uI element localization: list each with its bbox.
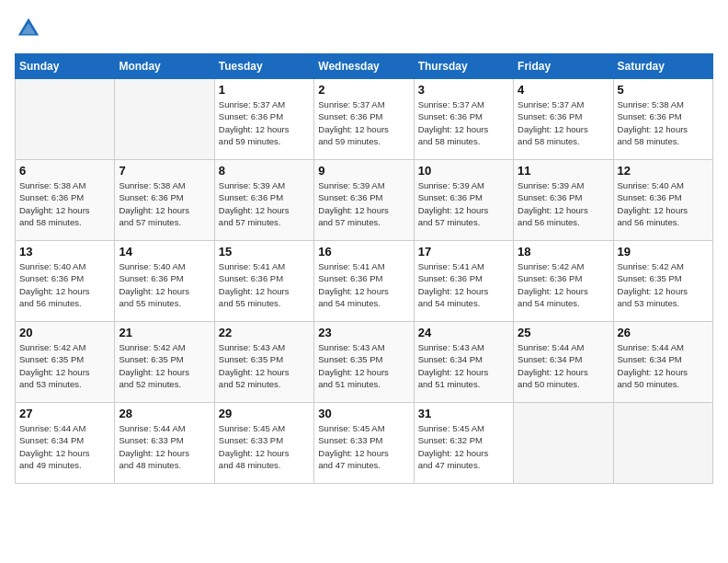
day-cell: 28Sunrise: 5:44 AM Sunset: 6:33 PM Dayli… — [115, 403, 214, 484]
day-cell: 3Sunrise: 5:37 AM Sunset: 6:36 PM Daylig… — [414, 79, 513, 160]
day-info: Sunrise: 5:40 AM Sunset: 6:36 PM Dayligh… — [618, 179, 709, 228]
day-number: 11 — [518, 164, 609, 178]
week-row-4: 27Sunrise: 5:44 AM Sunset: 6:34 PM Dayli… — [16, 403, 713, 484]
day-cell: 6Sunrise: 5:38 AM Sunset: 6:36 PM Daylig… — [16, 160, 115, 241]
day-info: Sunrise: 5:37 AM Sunset: 6:36 PM Dayligh… — [318, 98, 409, 147]
day-number: 21 — [119, 326, 210, 339]
day-info: Sunrise: 5:44 AM Sunset: 6:34 PM Dayligh… — [618, 341, 709, 390]
day-number: 20 — [19, 326, 110, 339]
day-info: Sunrise: 5:37 AM Sunset: 6:36 PM Dayligh… — [418, 98, 509, 147]
day-cell: 23Sunrise: 5:43 AM Sunset: 6:35 PM Dayli… — [314, 322, 414, 403]
day-info: Sunrise: 5:41 AM Sunset: 6:36 PM Dayligh… — [418, 260, 509, 309]
day-cell: 9Sunrise: 5:39 AM Sunset: 6:36 PM Daylig… — [314, 160, 414, 241]
day-number: 2 — [318, 83, 409, 97]
week-row-0: 1Sunrise: 5:37 AM Sunset: 6:36 PM Daylig… — [16, 79, 713, 160]
day-cell — [16, 79, 115, 160]
day-cell: 27Sunrise: 5:44 AM Sunset: 6:34 PM Dayli… — [16, 403, 115, 484]
calendar-header: SundayMondayTuesdayWednesdayThursdayFrid… — [16, 54, 713, 79]
day-number: 3 — [418, 83, 509, 97]
day-number: 7 — [119, 164, 210, 178]
day-number: 4 — [518, 83, 609, 97]
day-cell: 12Sunrise: 5:40 AM Sunset: 6:36 PM Dayli… — [613, 160, 712, 241]
day-number: 29 — [219, 407, 310, 420]
day-number: 24 — [418, 326, 509, 339]
header-cell-tuesday: Tuesday — [214, 54, 313, 79]
day-info: Sunrise: 5:37 AM Sunset: 6:36 PM Dayligh… — [518, 98, 609, 147]
day-cell: 18Sunrise: 5:42 AM Sunset: 6:36 PM Dayli… — [514, 241, 613, 322]
header-cell-friday: Friday — [514, 54, 613, 79]
page-header — [15, 15, 713, 42]
day-number: 12 — [618, 164, 709, 178]
day-number: 27 — [19, 407, 110, 420]
day-cell: 24Sunrise: 5:43 AM Sunset: 6:34 PM Dayli… — [414, 322, 513, 403]
day-number: 28 — [119, 407, 210, 420]
day-cell: 22Sunrise: 5:43 AM Sunset: 6:35 PM Dayli… — [214, 322, 313, 403]
calendar-body: 1Sunrise: 5:37 AM Sunset: 6:36 PM Daylig… — [16, 79, 713, 484]
day-info: Sunrise: 5:42 AM Sunset: 6:35 PM Dayligh… — [618, 260, 709, 309]
logo-icon — [15, 15, 42, 42]
header-cell-thursday: Thursday — [414, 54, 513, 79]
calendar-table: SundayMondayTuesdayWednesdayThursdayFrid… — [15, 53, 713, 484]
day-info: Sunrise: 5:42 AM Sunset: 6:35 PM Dayligh… — [19, 341, 110, 390]
day-number: 15 — [219, 245, 310, 259]
day-number: 19 — [618, 245, 709, 259]
day-number: 6 — [19, 164, 110, 178]
day-info: Sunrise: 5:40 AM Sunset: 6:36 PM Dayligh… — [19, 260, 110, 309]
day-number: 1 — [219, 83, 310, 97]
day-cell: 31Sunrise: 5:45 AM Sunset: 6:32 PM Dayli… — [414, 403, 513, 484]
day-info: Sunrise: 5:44 AM Sunset: 6:33 PM Dayligh… — [119, 422, 210, 471]
day-number: 10 — [418, 164, 509, 178]
day-number: 30 — [318, 407, 409, 420]
day-info: Sunrise: 5:45 AM Sunset: 6:33 PM Dayligh… — [219, 422, 310, 471]
day-info: Sunrise: 5:39 AM Sunset: 6:36 PM Dayligh… — [418, 179, 509, 228]
day-info: Sunrise: 5:39 AM Sunset: 6:36 PM Dayligh… — [318, 179, 409, 228]
day-cell: 4Sunrise: 5:37 AM Sunset: 6:36 PM Daylig… — [514, 79, 613, 160]
day-info: Sunrise: 5:38 AM Sunset: 6:36 PM Dayligh… — [119, 179, 210, 228]
day-number: 23 — [318, 326, 409, 339]
day-info: Sunrise: 5:39 AM Sunset: 6:36 PM Dayligh… — [518, 179, 609, 228]
day-cell — [115, 79, 214, 160]
day-cell: 17Sunrise: 5:41 AM Sunset: 6:36 PM Dayli… — [414, 241, 513, 322]
day-cell: 19Sunrise: 5:42 AM Sunset: 6:35 PM Dayli… — [613, 241, 712, 322]
day-number: 18 — [518, 245, 609, 259]
day-number: 13 — [19, 245, 110, 259]
day-number: 26 — [618, 326, 709, 339]
week-row-2: 13Sunrise: 5:40 AM Sunset: 6:36 PM Dayli… — [16, 241, 713, 322]
day-number: 8 — [219, 164, 310, 178]
day-number: 14 — [119, 245, 210, 259]
day-info: Sunrise: 5:41 AM Sunset: 6:36 PM Dayligh… — [219, 260, 310, 309]
header-cell-sunday: Sunday — [16, 54, 115, 79]
day-info: Sunrise: 5:44 AM Sunset: 6:34 PM Dayligh… — [518, 341, 609, 390]
day-cell: 10Sunrise: 5:39 AM Sunset: 6:36 PM Dayli… — [414, 160, 513, 241]
day-cell: 11Sunrise: 5:39 AM Sunset: 6:36 PM Dayli… — [514, 160, 613, 241]
day-info: Sunrise: 5:40 AM Sunset: 6:36 PM Dayligh… — [119, 260, 210, 309]
day-info: Sunrise: 5:43 AM Sunset: 6:35 PM Dayligh… — [219, 341, 310, 390]
header-row: SundayMondayTuesdayWednesdayThursdayFrid… — [16, 54, 713, 79]
day-info: Sunrise: 5:42 AM Sunset: 6:35 PM Dayligh… — [119, 341, 210, 390]
day-cell: 7Sunrise: 5:38 AM Sunset: 6:36 PM Daylig… — [115, 160, 214, 241]
day-info: Sunrise: 5:45 AM Sunset: 6:32 PM Dayligh… — [418, 422, 509, 471]
day-cell: 21Sunrise: 5:42 AM Sunset: 6:35 PM Dayli… — [115, 322, 214, 403]
day-cell: 14Sunrise: 5:40 AM Sunset: 6:36 PM Dayli… — [115, 241, 214, 322]
day-cell: 1Sunrise: 5:37 AM Sunset: 6:36 PM Daylig… — [214, 79, 313, 160]
day-cell: 20Sunrise: 5:42 AM Sunset: 6:35 PM Dayli… — [16, 322, 115, 403]
day-cell: 15Sunrise: 5:41 AM Sunset: 6:36 PM Dayli… — [214, 241, 313, 322]
day-cell: 25Sunrise: 5:44 AM Sunset: 6:34 PM Dayli… — [514, 322, 613, 403]
day-number: 31 — [418, 407, 509, 420]
week-row-3: 20Sunrise: 5:42 AM Sunset: 6:35 PM Dayli… — [16, 322, 713, 403]
header-cell-monday: Monday — [115, 54, 214, 79]
day-number: 16 — [318, 245, 409, 259]
day-info: Sunrise: 5:38 AM Sunset: 6:36 PM Dayligh… — [618, 98, 709, 147]
day-info: Sunrise: 5:43 AM Sunset: 6:35 PM Dayligh… — [318, 341, 409, 390]
day-info: Sunrise: 5:38 AM Sunset: 6:36 PM Dayligh… — [19, 179, 110, 228]
day-cell: 26Sunrise: 5:44 AM Sunset: 6:34 PM Dayli… — [613, 322, 712, 403]
day-info: Sunrise: 5:41 AM Sunset: 6:36 PM Dayligh… — [318, 260, 409, 309]
day-cell: 13Sunrise: 5:40 AM Sunset: 6:36 PM Dayli… — [16, 241, 115, 322]
day-info: Sunrise: 5:39 AM Sunset: 6:36 PM Dayligh… — [219, 179, 310, 228]
day-cell — [514, 403, 613, 484]
header-cell-wednesday: Wednesday — [314, 54, 414, 79]
day-info: Sunrise: 5:42 AM Sunset: 6:36 PM Dayligh… — [518, 260, 609, 309]
day-cell — [613, 403, 712, 484]
day-cell: 29Sunrise: 5:45 AM Sunset: 6:33 PM Dayli… — [214, 403, 313, 484]
day-cell: 2Sunrise: 5:37 AM Sunset: 6:36 PM Daylig… — [314, 79, 414, 160]
